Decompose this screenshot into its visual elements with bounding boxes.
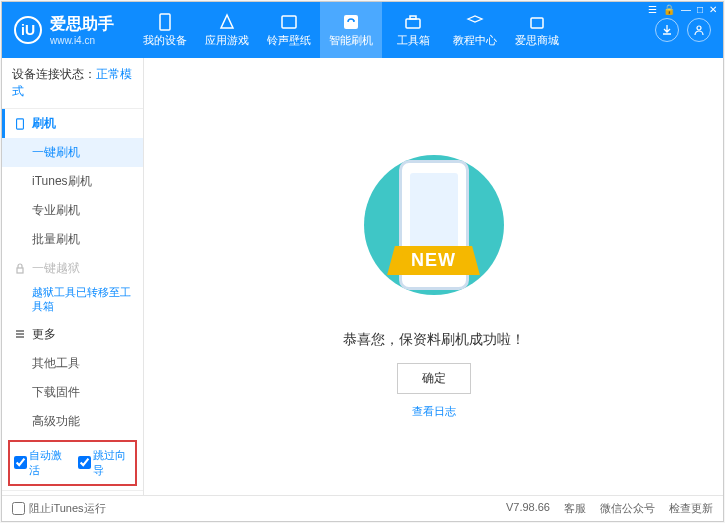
toolbox-icon [404,13,422,31]
section-flash[interactable]: 刷机 [2,109,143,138]
section-label: 刷机 [32,115,56,132]
tab-label: 应用游戏 [205,33,249,48]
app-name: 爱思助手 [50,14,114,35]
tab-apps[interactable]: 应用游戏 [196,2,258,58]
section-more[interactable]: 更多 [2,320,143,349]
section-jailbreak: 一键越狱 [2,254,143,283]
checkbox-label: 跳过向导 [93,448,132,478]
app-logo-icon: iU [14,16,42,44]
checkbox-input[interactable] [78,456,91,469]
tab-label: 铃声壁纸 [267,33,311,48]
version-label: V7.98.66 [506,501,550,516]
sidebar-item-advanced[interactable]: 高级功能 [2,407,143,436]
apps-icon [218,13,236,31]
tab-label: 教程中心 [453,33,497,48]
tab-my-device[interactable]: 我的设备 [134,2,196,58]
download-button[interactable] [655,18,679,42]
lock-icon[interactable]: 🔒 [663,4,675,15]
footer: 阻止iTunes运行 V7.98.66 客服 微信公众号 检查更新 [2,495,723,521]
user-button[interactable] [687,18,711,42]
phone-icon [156,13,174,31]
sidebar-item-itunes-flash[interactable]: iTunes刷机 [2,167,143,196]
svg-rect-0 [160,14,170,30]
svg-point-6 [697,26,701,30]
checkbox-block-itunes[interactable]: 阻止iTunes运行 [12,501,106,516]
tab-label: 爱思商城 [515,33,559,48]
tab-toolbox[interactable]: 工具箱 [382,2,444,58]
jailbreak-note: 越狱工具已转移至工具箱 [2,283,143,320]
main-content: NEW 恭喜您，保资料刷机成功啦！ 确定 查看日志 [144,58,723,495]
update-link[interactable]: 检查更新 [669,501,713,516]
svg-rect-5 [531,18,543,28]
sidebar-item-download-firmware[interactable]: 下载固件 [2,378,143,407]
svg-rect-1 [282,16,296,28]
wechat-link[interactable]: 微信公众号 [600,501,655,516]
checkbox-input[interactable] [12,502,25,515]
checkbox-label: 自动激活 [29,448,68,478]
flash-icon [342,13,360,31]
ok-button[interactable]: 确定 [397,363,471,394]
checkbox-label: 阻止iTunes运行 [29,501,106,516]
logo-block: iU 爱思助手 www.i4.cn [14,14,114,46]
sidebar-item-batch-flash[interactable]: 批量刷机 [2,225,143,254]
list-icon [14,328,26,340]
support-link[interactable]: 客服 [564,501,586,516]
svg-rect-2 [344,15,358,29]
menu-icon[interactable]: ☰ [648,4,657,15]
tab-ringtones[interactable]: 铃声壁纸 [258,2,320,58]
sidebar: 设备连接状态：正常模式 刷机 一键刷机 iTunes刷机 专业刷机 批量刷机 一… [2,58,144,495]
checkbox-input[interactable] [14,456,27,469]
sidebar-item-oneclick-flash[interactable]: 一键刷机 [2,138,143,167]
phone-small-icon [14,118,26,130]
tutorial-icon [466,13,484,31]
wallpaper-icon [280,13,298,31]
options-highlight-box: 自动激活 跳过向导 [8,440,137,486]
main-tabs: 我的设备 应用游戏 铃声壁纸 智能刷机 工具箱 教程中心 [134,2,568,58]
tab-label: 智能刷机 [329,33,373,48]
section-label: 更多 [32,326,56,343]
section-label: 一键越狱 [32,260,80,277]
tab-tutorials[interactable]: 教程中心 [444,2,506,58]
svg-rect-8 [17,268,23,273]
app-header: iU 爱思助手 www.i4.cn 我的设备 应用游戏 铃声壁纸 智能刷机 [2,2,723,58]
close-icon[interactable]: ✕ [709,4,717,15]
store-icon [528,13,546,31]
svg-rect-4 [410,16,416,19]
svg-rect-3 [406,19,420,28]
view-log-link[interactable]: 查看日志 [412,404,456,419]
success-illustration: NEW [344,135,524,315]
minimize-icon[interactable]: — [681,4,691,15]
success-message: 恭喜您，保资料刷机成功啦！ [343,331,525,349]
svg-rect-7 [17,118,24,128]
tab-flash[interactable]: 智能刷机 [320,2,382,58]
maximize-icon[interactable]: □ [697,4,703,15]
new-badge: NEW [397,246,470,275]
lock-small-icon [14,263,26,275]
app-url: www.i4.cn [50,35,114,46]
checkbox-auto-activate[interactable]: 自动激活 [14,448,68,478]
status-label: 设备连接状态： [12,67,96,81]
tab-label: 工具箱 [397,33,430,48]
tab-store[interactable]: 爱思商城 [506,2,568,58]
connection-status: 设备连接状态：正常模式 [2,58,143,109]
checkbox-skip-guide[interactable]: 跳过向导 [78,448,132,478]
sidebar-item-other-tools[interactable]: 其他工具 [2,349,143,378]
sidebar-item-pro-flash[interactable]: 专业刷机 [2,196,143,225]
tab-label: 我的设备 [143,33,187,48]
